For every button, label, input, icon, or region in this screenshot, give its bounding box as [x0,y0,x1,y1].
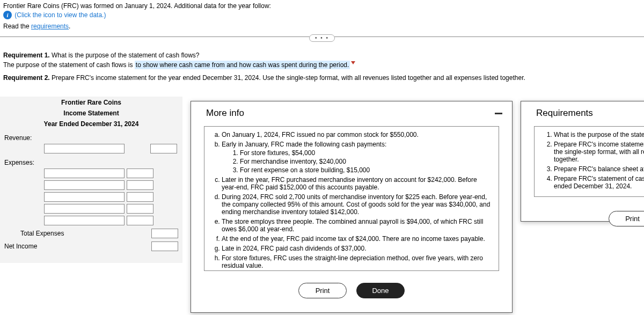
income-statement-worksheet: Frontier Rare Coins Income Statement Yea… [0,97,182,263]
moreinfo-item-g: Late in 2024, FRC paid cash dividends of… [222,245,493,252]
moreinfo-item-f: At the end of the year, FRC paid income … [222,235,493,243]
total-expenses-label: Total Expenses [4,228,64,239]
moreinfo-item-a: On January 1, 2024, FRC issued no par co… [222,131,493,138]
req1-answer-dropdown[interactable]: to show where cash came from and how cas… [135,61,350,69]
moreinfo-item-b: Early in January, FRC made the following… [222,141,386,148]
req-print-button[interactable]: Print [609,211,645,226]
moreinfo-item-e: The store employs three people. The comb… [222,218,493,233]
req2-text: Prepare FRC's income statement for the y… [50,74,525,82]
expense-amt-input-4[interactable] [127,204,153,214]
req1-answer-prefix: The purpose of the statement of cash flo… [3,61,135,69]
requirements-body: What is the purpose of the statement of … [534,126,644,197]
revenue-label: Revenue: [4,134,42,142]
moreinfo-item-b1: For store fixtures, $54,000 [240,149,493,157]
moreinfo-print-button[interactable]: Print [298,283,347,298]
revenue-desc-input[interactable] [44,144,125,153]
ws-period: Year Ended December 31, 2024 [0,118,182,129]
expense-desc-input-2[interactable] [44,180,125,190]
ellipsis-toggle[interactable]: • • • [309,34,335,42]
req-item-1: What is the purpose of the statement of … [554,131,644,138]
info-icon[interactable]: i [3,11,12,19]
more-info-panel: More info On January 1, 2024, FRC issued… [191,101,513,313]
click-hint: (Click the icon to view the data.) [14,11,106,19]
requirements-link[interactable]: requirements [31,23,69,30]
expense-desc-input-5[interactable] [44,216,125,225]
intro-text: Frontier Rare Coins (FRC) was formed on … [3,2,641,10]
expense-desc-input-4[interactable] [44,204,125,214]
net-income-label: Net Income [4,243,53,250]
req-item-3: Prepare FRC's balance sheet at December … [554,165,644,173]
expense-desc-input-3[interactable] [44,192,125,202]
moreinfo-item-d: During 2024, FRC sold 2,700 units of mer… [222,193,493,216]
revenue-amount-input[interactable] [150,144,177,153]
read-suffix: . [69,23,70,30]
expense-amt-input-5[interactable] [127,216,153,225]
dropdown-caret-icon[interactable] [351,61,355,64]
req1-question: What is the purpose of the statement of … [50,52,200,59]
expense-amt-input-2[interactable] [127,180,153,190]
expenses-label: Expenses: [4,159,42,166]
ws-title: Income Statement [0,107,182,118]
moreinfo-item-c: Later in the year, FRC purchased merchan… [222,176,493,191]
expense-desc-input-1[interactable] [44,169,125,178]
moreinfo-done-button[interactable]: Done [356,283,405,298]
req2-label: Requirement 2. [3,74,50,82]
requirements-title: Requirements [536,108,593,119]
moreinfo-item-b3: For rent expense on a store building, $1… [240,166,493,174]
more-info-title: More info [206,108,244,119]
total-expenses-input[interactable] [151,229,178,238]
req-item-4: Prepare FRC's statement of cash flows us… [554,175,644,190]
moreinfo-item-b2: For merchandise inventory, $240,000 [240,158,493,165]
ws-company: Frontier Rare Coins [0,97,182,107]
req-item-2: Prepare FRC's income statement for the y… [554,141,644,163]
moreinfo-item-h: For store fixtures, FRC uses the straigh… [222,254,493,269]
minimize-icon[interactable] [495,113,502,114]
net-income-input[interactable] [151,241,178,251]
expense-amt-input-1[interactable] [127,169,153,178]
req1-label: Requirement 1. [3,52,50,59]
more-info-body: On January 1, 2024, FRC issued no par co… [204,126,499,271]
requirements-panel: Requirements ✕ What is the purpose of th… [521,101,644,222]
expense-amt-input-3[interactable] [127,192,153,202]
read-prefix: Read the [3,23,31,30]
